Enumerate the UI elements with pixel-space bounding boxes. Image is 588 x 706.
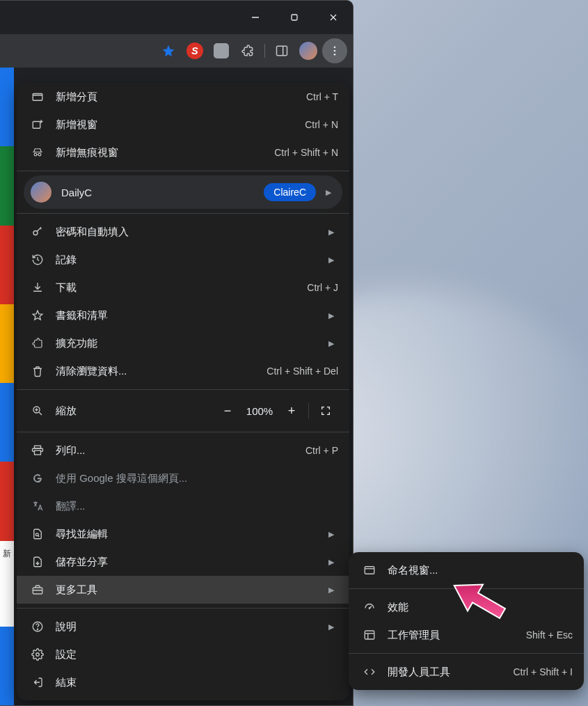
svg-point-16 [38,153,41,156]
svg-point-7 [334,50,336,52]
submenu-task-manager-label: 工作管理員 [388,629,526,642]
side-panel-icon[interactable] [269,38,294,63]
menu-print-shortcut: Ctrl + P [305,445,338,456]
menu-new-incognito[interactable]: 新增無痕視窗 Ctrl + Shift + N [17,139,349,166]
menu-new-window-label: 新增視窗 [56,118,305,132]
svg-point-25 [35,533,38,536]
menu-save-share-label: 儲存並分享 [56,556,319,569]
bookmark-star-icon[interactable] [156,38,181,63]
menu-separator [17,213,349,214]
menu-separator [17,389,349,390]
profile-avatar-icon[interactable] [296,38,321,63]
menu-settings[interactable]: 設定 [17,641,349,668]
menu-more-tools-label: 更多工具 [56,583,319,597]
menu-passwords[interactable]: 密碼和自動填入 ▶ [17,218,349,246]
zoom-value: 100% [240,405,279,417]
submenu-dev-tools-label: 開發人員工具 [388,666,513,679]
menu-extensions[interactable]: 擴充功能 ▶ [17,329,349,357]
menu-bookmarks-label: 書籤和清單 [56,309,319,322]
search-doc-icon [28,528,47,540]
history-icon [28,253,47,266]
window-close-button[interactable] [314,1,353,34]
extension-grey-icon[interactable] [209,38,234,63]
more-menu-button[interactable] [322,38,347,63]
gear-icon [28,648,47,661]
submenu-task-manager[interactable]: 工作管理員 Shift + Esc [349,621,584,649]
svg-point-29 [37,629,38,629]
zoom-in-button[interactable]: + [279,398,304,423]
menu-new-window[interactable]: 新增視窗 Ctrl + N [17,111,349,139]
extension-red-icon[interactable]: S [182,38,207,63]
menu-translate[interactable]: 翻譯... [17,492,349,520]
window-maximize-button[interactable] [275,1,314,34]
menu-separator [349,588,584,589]
menu-zoom-label: 縮放 [56,405,215,418]
menu-clear-data[interactable]: 清除瀏覽資料... Ctrl + Shift + Del [17,357,349,385]
svg-rect-11 [33,122,40,129]
menu-search-page[interactable]: 使用 Google 搜尋這個網頁... [17,464,349,492]
zoom-icon [28,405,47,417]
more-tools-submenu: 命名視窗... 效能 工作管理員 Shift + Esc 開發人員工具 Ctrl… [349,552,584,690]
browser-toolbar: S [0,34,353,68]
submenu-performance-label: 效能 [388,601,573,614]
menu-zoom-row: 縮放 − 100% + [17,394,349,427]
menu-new-tab-shortcut: Ctrl + T [306,91,338,102]
window-titlebar [0,1,353,34]
svg-rect-24 [35,450,41,455]
menu-print[interactable]: 列印... Ctrl + P [17,437,349,464]
menu-separator [17,432,349,432]
menu-settings-label: 設定 [56,648,338,661]
new-window-icon [28,118,47,131]
extensions-puzzle-icon[interactable] [235,38,260,63]
svg-rect-27 [33,588,42,594]
chrome-main-menu: 新增分頁 Ctrl + T 新增視窗 Ctrl + N 新增無痕視窗 Ctrl … [17,83,349,700]
chevron-right-icon: ▶ [324,311,338,320]
menu-separator [17,608,349,609]
menu-separator [349,653,584,654]
svg-rect-31 [365,567,374,574]
menu-downloads-label: 下載 [56,281,307,295]
translate-icon [28,500,47,512]
chevron-right-icon: ▶ [324,256,338,265]
svg-point-15 [34,153,37,156]
chevron-right-icon: ▶ [324,530,338,539]
help-icon [28,620,47,633]
zoom-out-button[interactable]: − [215,398,240,423]
window-minimize-button[interactable] [236,1,275,34]
menu-find-edit[interactable]: 尋找並編輯 ▶ [17,520,349,548]
profile-badge[interactable]: ClaireC [264,183,316,201]
fullscreen-button[interactable] [313,398,338,423]
chevron-right-icon: ▶ [324,622,338,632]
menu-more-tools[interactable]: 更多工具 ▶ [17,576,349,604]
print-icon [28,444,47,457]
menu-extensions-label: 擴充功能 [56,337,319,350]
svg-point-30 [36,653,40,657]
menu-new-window-shortcut: Ctrl + N [305,119,338,130]
menu-new-tab-label: 新增分頁 [56,91,306,104]
menu-exit[interactable]: 結束 [17,668,349,696]
menu-history-label: 記錄 [56,253,319,267]
page-content-strip: 新 [0,68,14,705]
menu-save-share[interactable]: 儲存並分享 ▶ [17,548,349,576]
menu-bookmarks[interactable]: 書籤和清單 ▶ [17,301,349,329]
toolbox-icon [28,583,47,596]
submenu-dev-tools[interactable]: 開發人員工具 Ctrl + Shift + I [349,658,584,686]
code-icon [360,666,379,678]
trash-icon [28,365,47,377]
menu-new-tab[interactable]: 新增分頁 Ctrl + T [17,83,349,111]
svg-line-26 [38,535,40,537]
puzzle-icon [28,337,47,350]
submenu-performance[interactable]: 效能 [349,593,584,621]
submenu-name-window-label: 命名視窗... [388,564,573,577]
chevron-right-icon: ▶ [321,188,335,197]
menu-downloads[interactable]: 下載 Ctrl + J [17,274,349,301]
menu-history[interactable]: 記錄 ▶ [17,246,349,274]
speedometer-icon [360,601,379,613]
profile-name-label: DailyC [61,187,264,198]
svg-rect-9 [33,94,42,101]
menu-help[interactable]: 說明 ▶ [17,613,349,641]
submenu-name-window[interactable]: 命名視窗... [349,556,584,584]
svg-rect-4 [277,46,287,55]
menu-clear-data-shortcut: Ctrl + Shift + Del [267,366,338,377]
menu-profile-row[interactable]: DailyC ClaireC ▶ [24,175,342,209]
